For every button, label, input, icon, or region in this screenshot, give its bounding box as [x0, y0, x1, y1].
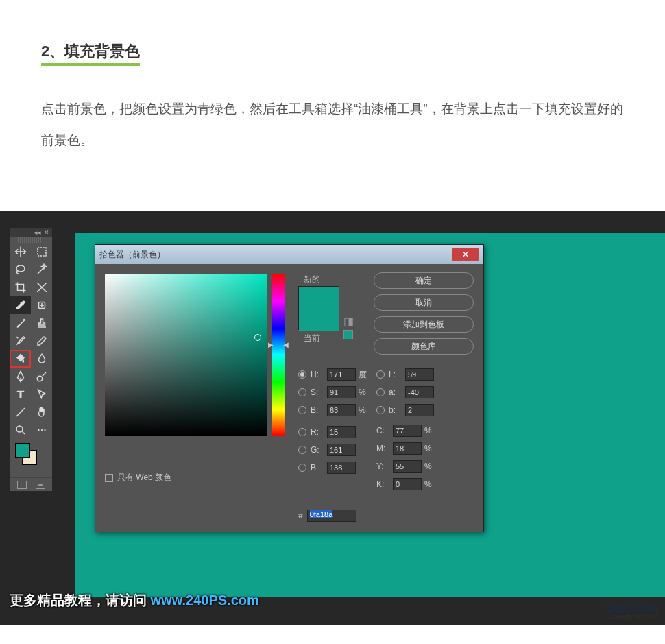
path-selection-tool[interactable]	[31, 385, 52, 403]
bv-label: B:	[311, 405, 324, 415]
preview-current-swatch	[299, 309, 339, 331]
line-tool[interactable]	[10, 403, 31, 421]
crop-tool[interactable]	[10, 278, 31, 296]
m-input[interactable]	[393, 442, 422, 455]
r-input[interactable]	[327, 426, 356, 438]
g-radio[interactable]	[298, 446, 306, 454]
m-unit: %	[424, 444, 437, 453]
a-radio[interactable]	[376, 388, 385, 396]
color-swatches[interactable]	[10, 439, 52, 477]
stamp-tool[interactable]	[31, 314, 52, 332]
hue-slider-thumb[interactable]: ▶◀	[268, 341, 289, 348]
b-label: B:	[311, 463, 324, 473]
m-label: M:	[376, 444, 390, 453]
eraser-tool[interactable]	[31, 332, 52, 350]
g-input[interactable]	[327, 444, 356, 456]
watermark: UiBQ.CoM www.psahz.com	[606, 603, 658, 621]
foreground-swatch[interactable]	[15, 443, 30, 458]
slice-tool[interactable]	[31, 278, 52, 296]
r-radio[interactable]	[298, 428, 306, 436]
y-unit: %	[424, 462, 437, 471]
h-unit: 度	[359, 369, 371, 381]
bv-unit: %	[359, 405, 371, 415]
s-radio[interactable]	[298, 388, 306, 396]
bv-input[interactable]	[327, 404, 356, 416]
bb-input[interactable]	[405, 404, 434, 416]
close-icon[interactable]: ✕	[44, 230, 49, 236]
c-input[interactable]	[393, 425, 422, 437]
y-input[interactable]	[393, 460, 422, 473]
brush-tool[interactable]	[10, 314, 31, 332]
color-libraries-button[interactable]: 颜色库	[374, 338, 474, 355]
l-input[interactable]	[405, 368, 434, 381]
hand-tool[interactable]	[31, 403, 52, 421]
magic-wand-tool[interactable]	[31, 261, 52, 278]
type-tool[interactable]	[10, 385, 31, 403]
a-input[interactable]	[405, 386, 434, 398]
l-radio[interactable]	[376, 370, 385, 379]
h-label: H:	[311, 370, 324, 379]
websafe-swatch[interactable]	[343, 330, 353, 339]
dialog-close-button[interactable]: ✕	[452, 248, 479, 261]
tools-panel: ◂◂ ✕	[10, 228, 52, 491]
b-radio[interactable]	[298, 464, 306, 472]
ok-button[interactable]: 确定	[374, 272, 474, 289]
k-unit: %	[424, 479, 437, 489]
b-input[interactable]	[327, 462, 356, 474]
r-label: R:	[311, 427, 324, 437]
g-label: G:	[311, 445, 324, 455]
screen-mode-icon[interactable]	[17, 481, 27, 489]
h-input[interactable]	[327, 368, 356, 381]
c-label: C:	[376, 426, 390, 436]
y-label: Y:	[376, 462, 390, 471]
lasso-tool[interactable]	[10, 261, 31, 278]
k-input[interactable]	[393, 478, 422, 490]
svg-point-5	[38, 429, 39, 431]
dodge-tool[interactable]	[31, 368, 52, 385]
edit-toolbar[interactable]	[31, 421, 52, 439]
h-radio[interactable]	[298, 370, 306, 379]
svg-point-3	[37, 376, 43, 381]
collapse-icon[interactable]: ◂◂	[34, 230, 41, 236]
dialog-title-text: 拾色器（前景色）	[99, 249, 165, 261]
healing-brush-tool[interactable]	[31, 296, 52, 314]
add-to-swatches-button[interactable]: 添加到色板	[374, 316, 474, 333]
hex-input[interactable]: 0fa18a	[307, 510, 356, 522]
color-preview	[298, 286, 339, 330]
web-only-checkbox[interactable]	[105, 474, 113, 482]
s-input[interactable]	[327, 386, 356, 398]
history-brush-tool[interactable]	[10, 332, 31, 350]
marquee-tool[interactable]	[31, 243, 52, 261]
web-only-label: 只有 Web 颜色	[117, 472, 171, 484]
eyedropper-tool[interactable]	[10, 296, 31, 314]
bb-radio[interactable]	[376, 406, 385, 414]
preview-current-label: 当前	[304, 333, 320, 344]
sv-cursor[interactable]	[254, 334, 261, 341]
bb-label: b:	[389, 405, 402, 415]
panel-grip[interactable]	[10, 237, 52, 243]
cancel-button[interactable]: 取消	[374, 294, 474, 311]
s-label: S:	[311, 387, 324, 397]
c-unit: %	[424, 426, 437, 436]
svg-point-6	[40, 429, 42, 431]
color-picker-dialog: 拾色器（前景色） ✕ ▶◀ 新的 当前 ◨ 确定 取消 添加到色板 颜色库	[95, 244, 484, 532]
gamut-warning-icon[interactable]: ◨	[343, 315, 353, 324]
quickmask-icon[interactable]	[36, 481, 45, 489]
bv-radio[interactable]	[298, 406, 306, 414]
zoom-tool[interactable]	[10, 421, 31, 439]
svg-point-7	[44, 429, 45, 431]
pen-tool[interactable]	[10, 368, 31, 385]
saturation-value-field[interactable]	[105, 274, 267, 436]
hue-slider[interactable]	[272, 274, 285, 436]
paint-bucket-tool[interactable]	[10, 350, 31, 368]
svg-rect-0	[38, 248, 46, 256]
svg-point-4	[16, 426, 23, 432]
a-label: a:	[389, 387, 402, 397]
svg-point-1	[16, 265, 25, 272]
blur-tool[interactable]	[31, 350, 52, 368]
move-tool[interactable]	[10, 243, 31, 261]
preview-new-label: 新的	[304, 274, 320, 285]
panel-header[interactable]: ◂◂ ✕	[10, 228, 52, 237]
dialog-titlebar[interactable]: 拾色器（前景色） ✕	[95, 245, 483, 264]
footer-url: www.240PS.com	[151, 593, 259, 608]
